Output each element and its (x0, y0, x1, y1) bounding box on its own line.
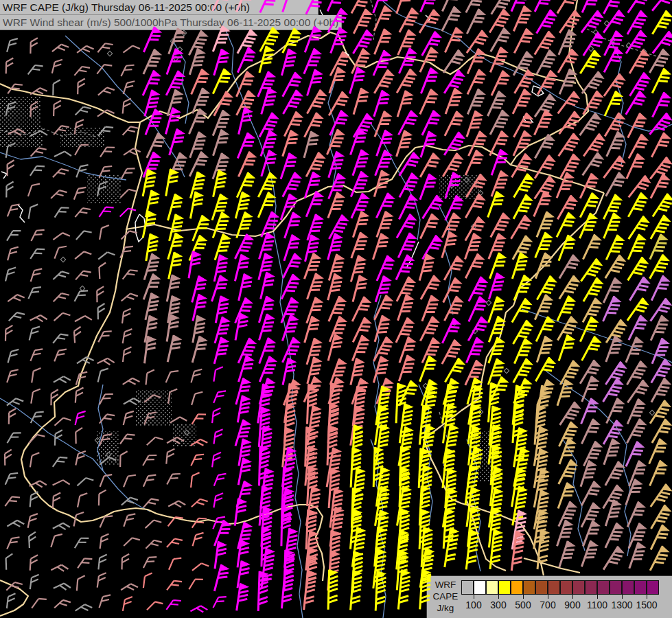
cape-colorbar: 100 300 500 700 900 1100 1300 1500 (461, 580, 662, 615)
colorbar-tick (523, 595, 524, 599)
colorbar-tick (622, 595, 623, 599)
colorbar-box (486, 580, 498, 595)
colorbar-box (548, 580, 560, 595)
colorbar-box (647, 580, 659, 595)
colorbar-tick (572, 595, 573, 599)
legend-labels: WRF CAPE J/kg (431, 579, 460, 614)
map-layer (0, 0, 672, 618)
colorbar-box (560, 580, 572, 595)
colorbar-box (474, 580, 486, 595)
colorbar-box (622, 580, 634, 595)
title-wind-shear: WRF Wind shear (m/s) 500/1000hPa Thursda… (0, 15, 342, 30)
colorbar-box (461, 580, 474, 595)
colorbar-box (634, 580, 647, 595)
legend-label-unit: J/kg (431, 602, 460, 614)
colorbar-tick (647, 595, 647, 599)
legend-label-wrf: WRF (431, 579, 460, 591)
colorbar-tick (548, 595, 548, 599)
weather-map-canvas: WRF CAPE (J/kg) Thursday 06-11-2025 00:0… (0, 0, 672, 618)
colorbar-box (523, 580, 535, 595)
colorbar-tick-label: 1500 (632, 599, 662, 610)
colorbar-tick (597, 595, 598, 599)
colorbar-box (572, 580, 585, 595)
colorbar-tick (498, 595, 499, 599)
country-borders (0, 0, 604, 616)
colorbar-box (535, 580, 548, 595)
cape-legend: WRF CAPE J/kg 100 300 500 700 900 (426, 575, 672, 618)
colorbar-tick (474, 595, 474, 599)
title-cape: WRF CAPE (J/kg) Thursday 06-11-2025 00:0… (0, 0, 318, 15)
colorbar-box (597, 580, 610, 595)
legend-label-cape: CAPE (431, 591, 460, 602)
colorbar-box (498, 580, 511, 595)
colorbar-box (511, 580, 523, 595)
admin-borders (0, 0, 667, 493)
colorbar-box (610, 580, 622, 595)
terrain-stipple (0, 96, 496, 482)
rivers (0, 0, 672, 618)
colorbar-box (585, 580, 597, 595)
